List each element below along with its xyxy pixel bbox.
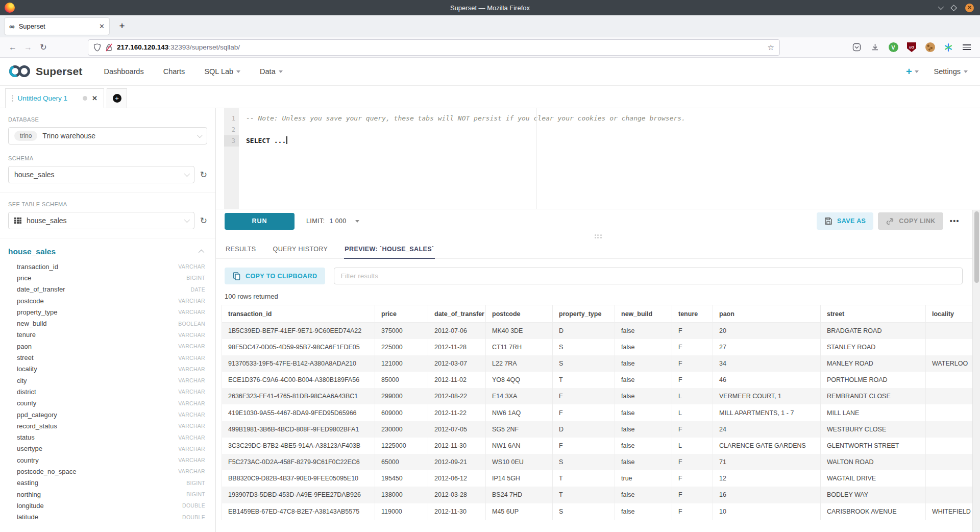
refresh-schema-icon[interactable]: ↻ [200,171,207,179]
limit-dropdown[interactable]: LIMIT: 1 000 [306,217,359,225]
results-grid: transaction_idpricedate_of_transferpostc… [222,305,980,532]
superset-favicon-icon: ∞ [9,22,15,30]
table-cell: L22 7RA [486,355,553,372]
pocket-icon[interactable] [849,40,864,55]
url-text[interactable]: 217.160.120.143:32393/superset/sqllab/ [117,43,764,51]
drag-handle-icon[interactable] [12,95,13,102]
bookmark-star-icon[interactable]: ☆ [768,43,774,52]
menu-hamburger-icon[interactable] [960,40,974,55]
sparkle-extension-icon[interactable] [941,40,955,55]
column-header-property_type[interactable]: property_type [553,305,615,323]
column-name: locality [17,365,37,373]
save-as-button[interactable]: SAVE AS [817,212,873,230]
copy-to-clipboard-button[interactable]: COPY TO CLIPBOARD [225,268,325,284]
column-header-paon[interactable]: paon [713,305,821,323]
column-header-date_of_transfer[interactable]: date_of_transfer [428,305,486,323]
schema-select[interactable]: house_sales [8,166,194,183]
column-header-street[interactable]: street [821,305,926,323]
window-minimize-icon[interactable] [938,4,944,10]
scrollbar-thumb[interactable] [974,211,979,283]
copy-link-button[interactable]: COPY LINK [878,212,943,230]
add-new-button[interactable]: + [906,66,919,78]
table-cell: F [672,372,713,388]
sidebar-divider [0,192,215,192]
lock-insecure-icon[interactable] [105,43,113,52]
table-schema-select[interactable]: house_sales [8,212,194,229]
toolbar-extensions: V uO [849,40,975,55]
nav-item-data[interactable]: Data [260,67,283,76]
column-name: street [17,354,34,361]
back-button[interactable]: ← [5,40,20,55]
filter-results-input[interactable] [334,268,963,284]
table-cell: PORTHOLME ROAD [821,372,926,388]
browser-toolbar: ← → ↻ 217.160.120.143:32393/superset/sql… [0,37,980,58]
column-type: BIGINT [186,480,207,486]
column-type: DOUBLE [182,502,207,509]
database-engine-pill: trino [14,131,37,141]
pane-splitter[interactable] [216,233,980,240]
column-header-price[interactable]: price [375,305,428,323]
tab-close-icon[interactable]: ✕ [99,22,105,30]
column-name: district [17,388,36,396]
table-cell: 138000 [375,487,428,503]
run-button[interactable]: RUN [225,213,295,230]
nav-item-charts[interactable]: Charts [163,67,185,76]
editor-pane: 123 -- Note: Unless you save your query,… [216,108,980,532]
query-tab-close-icon[interactable]: ✕ [92,94,97,102]
link-icon [886,217,894,226]
shield-icon[interactable] [93,43,101,52]
url-bar[interactable]: 217.160.120.143:32393/superset/sqllab/ ☆ [88,39,780,56]
more-options-button[interactable]: ••• [950,217,960,225]
results-tab-query-history[interactable]: QUERY HISTORY [273,240,329,259]
nav-item-sql-lab[interactable]: SQL Lab [204,67,240,76]
reload-button[interactable]: ↻ [36,40,51,55]
editor-line: -- Note: Unless you save your query, the… [246,113,980,124]
nav-item-dashboards[interactable]: Dashboards [104,67,143,76]
table-cell: 195450 [375,470,428,487]
window-maximize-icon[interactable] [950,5,957,11]
table-row: 3C3C29DC-B7B2-4BE5-914A-A38123AF403B1225… [222,438,980,454]
column-name: postcode [17,297,44,305]
window-close-button[interactable]: ✕ [965,4,974,12]
results-tab-preview-house-sales[interactable]: PREVIEW: `HOUSE_SALES` [344,240,434,259]
table-row: F5C273AC-0D2A-458F-8279-9C61F0C22EC66500… [222,454,980,470]
column-header-postcode[interactable]: postcode [486,305,553,323]
column-header-locality[interactable]: locality [926,305,980,323]
superset-logo-icon[interactable] [9,65,31,78]
table-cell: BRADGATE ROAD [821,323,926,339]
ublock-icon[interactable]: uO [904,40,919,55]
database-select[interactable]: trino Trino warehouse [8,127,207,144]
column-name: transaction_id [17,263,58,271]
table-cell: false [615,487,672,503]
table-cell: GLENTWORTH STREET [821,438,926,454]
new-tab-button[interactable]: + [114,18,130,34]
column-header-tenure[interactable]: tenure [672,305,713,323]
table-name-heading[interactable]: house_sales [8,247,56,256]
table-cell: 2012-11-30 [428,503,486,520]
download-icon[interactable] [868,40,882,55]
column-item: new_buildBOOLEAN [8,318,207,329]
column-header-transaction_id[interactable]: transaction_id [222,305,375,323]
query-tab[interactable]: Untitled Query 1 ✕ [5,88,104,108]
brand-name[interactable]: Superset [36,65,82,78]
sql-editor[interactable]: 123 -- Note: Unless you save your query,… [216,108,980,209]
add-query-tab-button[interactable]: + [107,88,127,108]
forward-button[interactable]: → [20,40,36,55]
table-cell: 12 [713,470,821,487]
column-name: ppd_category [17,411,57,419]
schema-value: house_sales [14,171,55,179]
column-header-new_build[interactable]: new_build [615,305,672,323]
collapse-chevron-icon[interactable] [199,250,204,255]
column-item: localityVARCHAR [8,364,207,375]
vertical-scrollbar[interactable] [972,210,980,532]
editor-code[interactable]: -- Note: Unless you save your query, the… [239,108,980,209]
settings-menu[interactable]: Settings [934,67,968,76]
table-icon [14,217,21,224]
extension-green-icon[interactable]: V [886,40,900,55]
browser-tab[interactable]: ∞ Superset ✕ [5,18,109,35]
refresh-table-icon[interactable]: ↻ [200,216,207,225]
table-cell: 2012-03-28 [428,487,486,503]
query-tab-title[interactable]: Untitled Query 1 [18,94,79,102]
results-tab-results[interactable]: RESULTS [225,240,257,259]
cookie-extension-icon[interactable] [923,40,937,55]
